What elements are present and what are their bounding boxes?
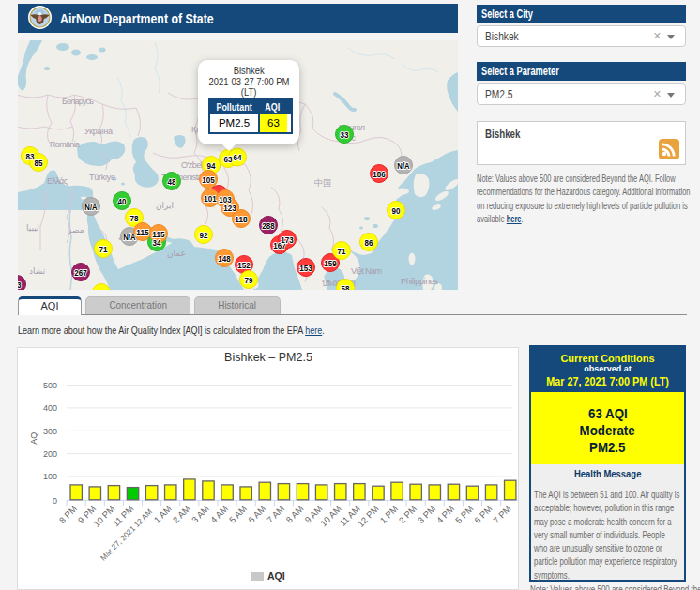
svg-text:71: 71 <box>99 244 108 254</box>
svg-text:N/A: N/A <box>84 202 97 212</box>
svg-text:10 PM: 10 PM <box>91 504 116 529</box>
svg-text:Bishkek – PM2.5: Bishkek – PM2.5 <box>224 351 312 364</box>
svg-text:148: 148 <box>218 253 230 264</box>
svg-text:48: 48 <box>168 176 176 187</box>
svg-text:101: 101 <box>204 193 217 204</box>
svg-text:7 AM: 7 AM <box>265 504 286 525</box>
svg-text:5 PM: 5 PM <box>453 504 476 526</box>
svg-text:123: 123 <box>223 203 236 213</box>
svg-text:2 AM: 2 AM <box>171 504 192 525</box>
svg-text:ايران: ايران <box>156 201 174 210</box>
svg-text:4 PM: 4 PM <box>434 504 457 526</box>
svg-text:Philippines: Philippines <box>401 277 439 286</box>
svg-text:100: 100 <box>43 472 57 481</box>
svg-text:94: 94 <box>207 160 216 171</box>
svg-text:Việt Nam: Việt Nam <box>351 266 382 276</box>
svg-text:7 PM: 7 PM <box>491 504 513 526</box>
svg-text:12 PM: 12 PM <box>356 504 381 529</box>
svg-text:1 AM: 1 AM <box>152 504 174 525</box>
svg-text:153: 153 <box>299 263 312 273</box>
svg-text:79: 79 <box>245 275 253 285</box>
svg-text:10 AM: 10 AM <box>318 504 343 529</box>
svg-text:عمان: عمان <box>167 249 186 258</box>
svg-text:83: 83 <box>26 151 35 161</box>
svg-text:267: 267 <box>74 267 86 278</box>
svg-text:288: 288 <box>262 220 274 231</box>
svg-text:Беларусь: Беларусь <box>62 97 94 106</box>
svg-text:8 AM: 8 AM <box>283 504 305 525</box>
svg-text:105: 105 <box>202 174 215 185</box>
svg-text:AQI: AQI <box>29 430 38 445</box>
svg-text:1 PM: 1 PM <box>378 504 401 526</box>
svg-text:8 PM: 8 PM <box>57 504 80 526</box>
svg-text:3 AM: 3 AM <box>190 504 211 525</box>
svg-text:78: 78 <box>130 213 139 223</box>
svg-text:64: 64 <box>234 152 242 162</box>
svg-text:90: 90 <box>392 205 401 216</box>
svg-text:71: 71 <box>338 246 346 256</box>
svg-text:N/A: N/A <box>123 232 135 242</box>
svg-text:115: 115 <box>136 227 149 237</box>
svg-text:63: 63 <box>18 280 21 290</box>
svg-text:Romānia: Romānia <box>50 140 80 149</box>
svg-text:تشاد: تشاد <box>29 266 46 276</box>
svg-text:4 AM: 4 AM <box>208 504 230 525</box>
svg-text:N/A: N/A <box>397 160 409 171</box>
svg-text:Україна: Україна <box>84 127 113 136</box>
svg-text:58: 58 <box>342 283 350 291</box>
svg-text:86: 86 <box>365 237 373 248</box>
svg-text:118: 118 <box>235 214 247 224</box>
svg-text:2 PM: 2 PM <box>397 504 419 526</box>
svg-text:186: 186 <box>373 169 385 179</box>
svg-text:71: 71 <box>98 288 106 291</box>
svg-text:500: 500 <box>43 381 57 390</box>
svg-text:Türkiye: Türkiye <box>89 173 115 182</box>
svg-text:3 PM: 3 PM <box>416 504 438 526</box>
svg-text:159: 159 <box>324 258 336 268</box>
svg-text:Ελλάς: Ελλάς <box>47 176 68 186</box>
svg-text:300: 300 <box>43 427 57 436</box>
svg-text:0: 0 <box>53 496 57 506</box>
svg-text:115: 115 <box>152 229 165 239</box>
svg-text:ليبيا: ليبيا <box>26 223 39 233</box>
svg-text:92: 92 <box>200 230 208 240</box>
svg-text:مصر: مصر <box>67 225 84 234</box>
svg-text:400: 400 <box>43 403 57 413</box>
svg-text:200: 200 <box>43 449 57 459</box>
svg-text:6 PM: 6 PM <box>472 504 495 526</box>
svg-text:5 AM: 5 AM <box>227 504 249 525</box>
svg-text:6 AM: 6 AM <box>246 504 267 525</box>
svg-text:中国: 中国 <box>314 178 331 188</box>
svg-text:173: 173 <box>281 234 293 245</box>
svg-text:152: 152 <box>237 260 250 270</box>
svg-text:40: 40 <box>118 196 127 206</box>
svg-text:33: 33 <box>341 129 349 140</box>
svg-text:AQI: AQI <box>267 570 285 582</box>
svg-text:63: 63 <box>224 154 233 164</box>
svg-text:85: 85 <box>35 158 43 168</box>
